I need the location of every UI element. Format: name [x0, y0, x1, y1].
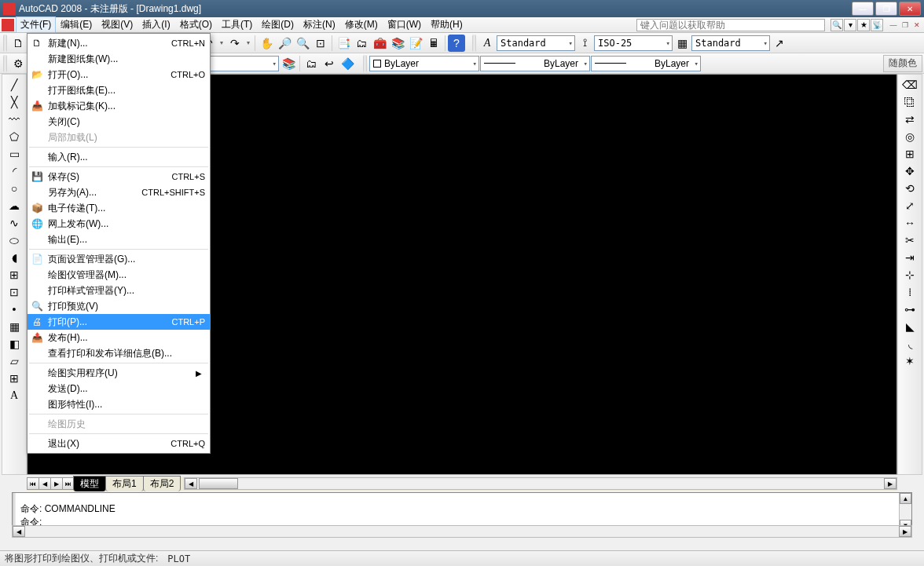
menu-insert[interactable]: 插入(I)	[138, 16, 174, 33]
toolbar-grip[interactable]	[3, 35, 7, 52]
mleaderstyle-icon[interactable]: ↗	[771, 35, 788, 52]
menu-window[interactable]: 窗口(W)	[383, 16, 426, 33]
tab-nav-prev-button[interactable]: ◀	[38, 477, 51, 490]
maximize-button[interactable]: ❐	[875, 2, 897, 16]
line-icon[interactable]: ╱	[6, 76, 23, 93]
break-icon[interactable]: ⁞	[901, 283, 918, 301]
infocenter-search-icon[interactable]: 🔍	[830, 19, 843, 31]
polygon-icon[interactable]: ⬠	[6, 128, 23, 145]
cmdwin-hscroll-right-button[interactable]: ▶	[899, 526, 911, 537]
redo-dropdown-button[interactable]: ▾	[244, 39, 252, 46]
break-at-point-icon[interactable]: ⊹	[901, 266, 918, 283]
hscroll-thumb[interactable]	[199, 478, 238, 489]
ellipse-icon[interactable]: ⬭	[6, 232, 23, 249]
layer-tools-icon[interactable]: 📚	[280, 55, 297, 72]
tab-layout2[interactable]: 布局2	[143, 476, 182, 491]
textstyle-icon[interactable]: A	[478, 35, 496, 52]
markup-icon[interactable]: 📝	[407, 35, 424, 52]
file-menu-item[interactable]: 📄页面设置管理器(G)...	[28, 251, 210, 267]
file-menu-item[interactable]: 🖨打印(P)...CTRL+P	[28, 314, 210, 330]
mdi-close-button[interactable]: ✕	[911, 20, 922, 31]
zoom-rt-icon[interactable]: 🔎	[276, 35, 293, 52]
mtext-icon[interactable]: A	[6, 387, 23, 404]
toolbar-grip[interactable]	[472, 35, 476, 52]
file-menu-item[interactable]: 打开图纸集(E)...	[28, 82, 210, 98]
cmdwin-hscrollbar[interactable]: ◀ ▶	[12, 525, 912, 538]
file-menu-item[interactable]: 💾保存(S)CTRL+S	[28, 169, 210, 184]
help-search-input[interactable]	[636, 19, 825, 31]
rotate-icon[interactable]: ⟲	[901, 180, 918, 197]
file-menu-item[interactable]: 退出(X)CTRL+Q	[28, 436, 210, 451]
zoom-prev-icon[interactable]: 🔍	[294, 35, 311, 52]
tab-layout1[interactable]: 布局1	[105, 476, 144, 491]
sheetset-icon[interactable]: 📚	[389, 35, 406, 52]
infocenter-satellite-icon[interactable]: 📡	[871, 19, 883, 31]
minimize-button[interactable]: —	[852, 2, 874, 16]
erase-icon[interactable]: ⌫	[901, 76, 918, 93]
color-combo[interactable]: ByLayer	[369, 56, 479, 71]
close-button[interactable]: ✕	[899, 2, 921, 16]
hatch-icon[interactable]: ▦	[6, 318, 23, 335]
dcenter-icon[interactable]: 🗂	[353, 35, 370, 52]
file-menu-item[interactable]: 新建图纸集(W)...	[28, 51, 210, 67]
file-menu-item[interactable]: 输出(E)...	[28, 232, 210, 247]
fillet-icon[interactable]: ◟	[901, 335, 918, 352]
scale-icon[interactable]: ⤢	[901, 197, 918, 214]
new-icon[interactable]: 🗋	[9, 35, 27, 52]
file-menu-item[interactable]: 📥加载标记集(K)...	[28, 98, 210, 114]
file-menu-item[interactable]: 发送(D)...	[28, 381, 210, 396]
polyline-icon[interactable]: 〰	[6, 111, 23, 128]
tab-model[interactable]: 模型	[73, 476, 106, 491]
dimstyle-icon[interactable]: ⟟	[576, 35, 593, 52]
trim-icon[interactable]: ✂	[901, 232, 918, 249]
arc-icon[interactable]: ◜	[6, 162, 23, 180]
stretch-icon[interactable]: ↔	[901, 214, 918, 232]
copy-obj-icon[interactable]: ⿻	[901, 93, 918, 111]
point-icon[interactable]: •	[6, 301, 23, 318]
menu-dim[interactable]: 标注(N)	[299, 16, 340, 33]
array-icon[interactable]: ⊞	[901, 145, 918, 162]
qcalc-icon[interactable]: 🖩	[425, 35, 442, 52]
canvas-hscrollbar[interactable]: ◀ ▶	[184, 477, 897, 490]
menu-edit[interactable]: 编辑(E)	[56, 16, 97, 33]
menu-file[interactable]: 文件(F)	[16, 16, 56, 33]
toolpal-icon[interactable]: 🧰	[371, 35, 388, 52]
cmdwin-hscroll-left-button[interactable]: ◀	[13, 526, 25, 537]
tablestyle-icon[interactable]: ▦	[673, 35, 691, 52]
revcloud-icon[interactable]: ☁	[6, 197, 23, 214]
linetype-combo[interactable]: ByLayer	[480, 56, 590, 71]
layer-previous-icon[interactable]: ↩	[321, 55, 338, 72]
move-icon[interactable]: ✥	[901, 162, 918, 180]
help-icon[interactable]: ?	[448, 35, 465, 52]
toolbar-grip[interactable]	[3, 55, 7, 72]
redo-icon[interactable]: ↷	[226, 35, 244, 52]
file-menu-item[interactable]: 查看打印和发布详细信息(B)...	[28, 345, 210, 361]
undo-dropdown-button[interactable]: ▾	[218, 39, 226, 46]
file-menu-item[interactable]: 📦电子传递(T)...	[28, 200, 210, 216]
insert-block-icon[interactable]: ⊞	[6, 266, 23, 283]
file-menu-item[interactable]: 绘图实用程序(U)▶	[28, 365, 210, 381]
table-icon[interactable]: ⊞	[6, 370, 23, 387]
chamfer-icon[interactable]: ◣	[901, 318, 918, 335]
file-menu-item[interactable]: 🗋新建(N)...CTRL+N	[28, 35, 210, 51]
dimstyle-combo[interactable]: ISO-25	[594, 35, 673, 51]
tab-nav-first-button[interactable]: ⏮	[27, 477, 39, 490]
menu-format[interactable]: 格式(O)	[175, 16, 217, 33]
mdi-restore-button[interactable]: ❐	[900, 20, 911, 31]
infocenter-star-icon[interactable]: ★	[857, 19, 870, 31]
hscroll-right-button[interactable]: ▶	[884, 478, 896, 489]
properties-icon[interactable]: 📑	[335, 35, 352, 52]
region-icon[interactable]: ▱	[6, 352, 23, 370]
menu-view[interactable]: 视图(V)	[97, 16, 138, 33]
ellipse-arc-icon[interactable]: ◖	[6, 249, 23, 266]
file-menu-item[interactable]: 📤发布(H)...	[28, 330, 210, 345]
hscroll-left-button[interactable]: ◀	[185, 478, 197, 489]
mdi-minimize-button[interactable]: —	[888, 20, 899, 31]
file-menu-item[interactable]: 📂打开(O)...CTRL+O	[28, 67, 210, 82]
pan-icon[interactable]: ✋	[258, 35, 275, 52]
spline-icon[interactable]: ∿	[6, 214, 23, 232]
tablestyle-combo[interactable]: Standard	[691, 35, 770, 51]
circle-icon[interactable]: ○	[6, 180, 23, 197]
gradient-icon[interactable]: ◧	[6, 335, 23, 352]
file-menu-item[interactable]: 🔍打印预览(V)	[28, 298, 210, 314]
